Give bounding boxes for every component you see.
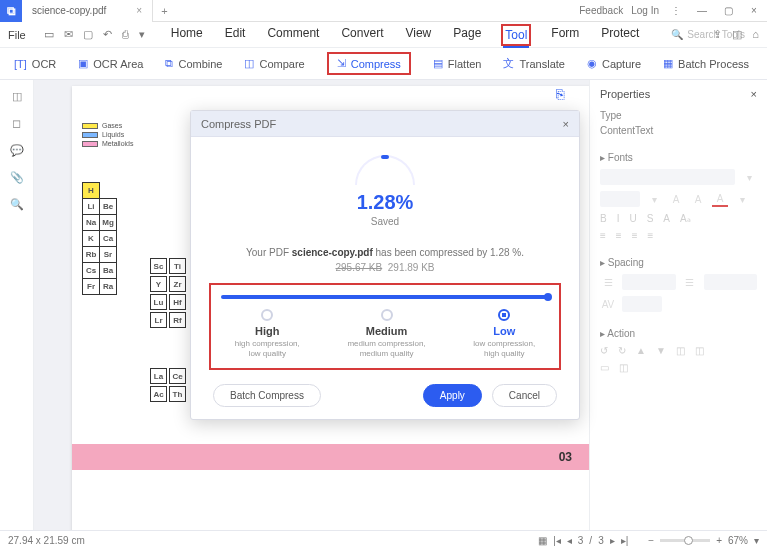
combine-button[interactable]: ⧉Combine — [165, 57, 222, 70]
print-icon[interactable]: ⎙ — [122, 28, 129, 41]
login-link[interactable]: Log In — [631, 5, 659, 16]
menu-convert[interactable]: Convert — [339, 24, 385, 46]
ocr-area-button[interactable]: ▣OCR Area — [78, 57, 143, 70]
current-page[interactable]: 3 — [578, 535, 584, 546]
compress-dialog: Compress PDF × 1.28% Saved Your PDF scie… — [190, 110, 580, 420]
periodic-table-3: LaCeAcTh — [148, 366, 188, 404]
feedback-link[interactable]: Feedback — [579, 5, 623, 16]
page-footer-bar: 03 — [72, 444, 589, 470]
marker-icon: ⎘ — [556, 86, 564, 102]
left-sidebar: ◫ ◻ 💬 📎 🔍 — [0, 80, 34, 530]
properties-header: Properties — [600, 88, 650, 100]
menu-protect[interactable]: Protect — [599, 24, 641, 46]
document-tab[interactable]: science-copy.pdf × — [22, 0, 153, 22]
chevron-down-icon[interactable]: ▾ — [139, 28, 145, 41]
page-dimensions: 27.94 x 21.59 cm — [8, 535, 85, 546]
attachment-icon[interactable]: 📎 — [10, 171, 24, 184]
periodic-table-1: HLiBeNaMgKCaRbSrCsBaFrRa — [82, 182, 117, 295]
menu-form[interactable]: Form — [549, 24, 581, 46]
batch-process-button[interactable]: ▦Batch Process — [663, 57, 749, 70]
cancel-button[interactable]: Cancel — [492, 384, 557, 407]
next-page-icon[interactable]: ▸ — [610, 535, 615, 546]
zoom-slider[interactable] — [660, 539, 710, 542]
compress-button[interactable]: ⇲Compress — [327, 52, 411, 75]
zoom-in-icon[interactable]: + — [716, 535, 722, 546]
mail-icon[interactable]: ✉ — [64, 28, 73, 41]
menu-edit[interactable]: Edit — [223, 24, 248, 46]
titlebar: ⧉ science-copy.pdf × + Feedback Log In ⋮… — [0, 0, 767, 22]
menu-page[interactable]: Page — [451, 24, 483, 46]
maximize-icon[interactable]: ▢ — [719, 2, 737, 20]
menubar: File ▭ ✉ ▢ ↶ ⎙ ▾ HomeEditCommentConvertV… — [0, 22, 767, 48]
apply-button[interactable]: Apply — [423, 384, 482, 407]
thumbnails-icon[interactable]: ◫ — [12, 90, 22, 103]
zoom-value[interactable]: 67% — [728, 535, 748, 546]
minimize-icon[interactable]: — — [693, 2, 711, 20]
open-icon[interactable]: ▭ — [44, 28, 54, 41]
menu-view[interactable]: View — [403, 24, 433, 46]
menu-tool[interactable]: Tool — [501, 24, 531, 46]
legend: Gases Liquids Metalloids — [82, 122, 134, 149]
menu-home[interactable]: Home — [169, 24, 205, 46]
batch-compress-button[interactable]: Batch Compress — [213, 384, 321, 407]
content-label: ContentText — [600, 125, 757, 136]
first-page-icon[interactable]: |◂ — [553, 535, 561, 546]
zoom-out-icon[interactable]: − — [648, 535, 654, 546]
close-window-icon[interactable]: × — [745, 2, 763, 20]
translate-button[interactable]: 文Translate — [503, 56, 564, 71]
size-comparison: 295.67 KB 291.89 KB — [209, 262, 561, 273]
page-navigator[interactable]: ▦ |◂ ◂ 3/3 ▸ ▸| — [538, 535, 628, 546]
flatten-button[interactable]: ▤Flatten — [433, 57, 482, 70]
ocr-button[interactable]: [T]OCR — [14, 58, 56, 70]
compare-button[interactable]: ◫Compare — [244, 57, 304, 70]
app-icon: ⧉ — [0, 0, 22, 22]
home-icon[interactable]: ⌂ — [752, 28, 759, 41]
dialog-close-icon[interactable]: × — [563, 118, 569, 130]
compression-option-medium[interactable]: Mediummedium compression,medium quality — [347, 309, 425, 358]
close-panel-icon[interactable]: × — [751, 88, 757, 100]
periodic-table-2: ScTiYZrLuHfLrRf — [148, 256, 188, 330]
more-icon[interactable]: ⋮ — [667, 2, 685, 20]
share-icon[interactable]: ⇪ — [713, 28, 722, 41]
save-icon[interactable]: ▢ — [83, 28, 93, 41]
status-bar: 27.94 x 21.59 cm ▦ |◂ ◂ 3/3 ▸ ▸| − + 67%… — [0, 530, 767, 550]
cloud-icon[interactable]: ◫ — [732, 28, 742, 41]
menu-comment[interactable]: Comment — [265, 24, 321, 46]
compression-option-high[interactable]: Highhigh compression,low quality — [235, 309, 300, 358]
tab-title: science-copy.pdf — [32, 5, 106, 16]
prev-page-icon[interactable]: ◂ — [567, 535, 572, 546]
type-label: Type — [600, 110, 757, 121]
search-icon: 🔍 — [671, 29, 683, 40]
undo-icon[interactable]: ↶ — [103, 28, 112, 41]
saved-label: Saved — [371, 216, 399, 227]
close-tab-icon[interactable]: × — [136, 5, 142, 16]
comment-icon[interactable]: 💬 — [10, 144, 24, 157]
properties-panel: Properties× Type ContentText ▸ Fonts ▾ ▾… — [589, 80, 767, 530]
last-page-icon[interactable]: ▸| — [621, 535, 629, 546]
toolbar: [T]OCR ▣OCR Area ⧉Combine ◫Compare ⇲Comp… — [0, 48, 767, 80]
zoom-dropdown-icon[interactable]: ▾ — [754, 535, 759, 546]
new-tab-button[interactable]: + — [153, 5, 175, 17]
capture-button[interactable]: ◉Capture — [587, 57, 641, 70]
page-display-icon[interactable]: ▦ — [538, 535, 547, 546]
percent-saved: 1.28% — [357, 191, 414, 214]
compress-message: Your PDF science-copy.pdf has been compr… — [209, 247, 561, 258]
total-pages: 3 — [598, 535, 604, 546]
search-panel-icon[interactable]: 🔍 — [10, 198, 24, 211]
bookmark-icon[interactable]: ◻ — [12, 117, 21, 130]
file-menu[interactable]: File — [8, 29, 26, 41]
dialog-title: Compress PDF — [201, 118, 276, 130]
compression-option-low[interactable]: Lowlow compression,high quality — [473, 309, 535, 358]
compression-slider[interactable] — [221, 295, 549, 299]
gauge-icon — [355, 155, 415, 185]
